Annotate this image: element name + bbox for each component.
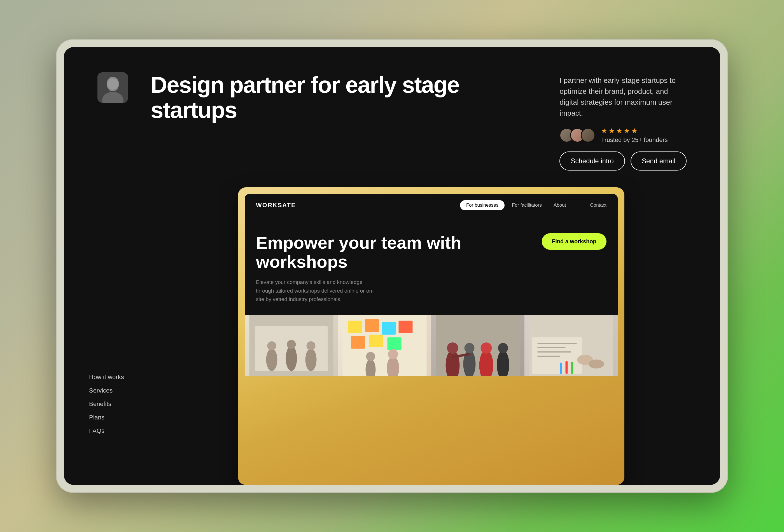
- svg-point-9: [287, 340, 296, 349]
- workshop-image-3: [431, 315, 525, 376]
- browser-inner: WORKSATE For businesses For facilitators…: [245, 194, 618, 376]
- inner-nav-items: For businesses For facilitators About: [460, 200, 570, 210]
- trust-label: Trusted by 25+ founders: [601, 136, 668, 144]
- inner-image-strip: [245, 315, 618, 376]
- hero-section: Design partner for early stage startups …: [64, 47, 720, 187]
- svg-point-41: [589, 360, 604, 368]
- laptop-screen: Design partner for early stage startups …: [64, 47, 720, 485]
- hero-description: I partner with early-stage startups to o…: [559, 75, 687, 119]
- cta-row: Schedule intro Send email: [559, 151, 687, 170]
- founder-avatar-3: [581, 128, 595, 142]
- svg-rect-16: [399, 320, 413, 333]
- svg-point-10: [306, 348, 317, 371]
- trust-row: ★ ★ ★ ★ ★ Trusted by 25+ founders: [559, 127, 687, 144]
- svg-point-21: [388, 349, 398, 359]
- svg-rect-37: [538, 347, 566, 348]
- svg-rect-42: [560, 363, 562, 374]
- svg-rect-19: [388, 337, 401, 350]
- svg-point-32: [498, 343, 508, 353]
- send-email-button[interactable]: Send email: [631, 151, 687, 170]
- svg-rect-36: [538, 343, 577, 344]
- svg-point-6: [266, 348, 278, 371]
- inner-hero-title: Empower your team with workshops: [256, 233, 542, 271]
- svg-point-11: [307, 341, 315, 350]
- star-2: ★: [609, 127, 615, 135]
- browser-container: WORKSATE For businesses For facilitators…: [64, 187, 720, 485]
- workshop-image-2: [338, 315, 431, 376]
- trust-info: ★ ★ ★ ★ ★ Trusted by 25+ founders: [601, 127, 668, 144]
- star-4: ★: [623, 127, 630, 135]
- svg-rect-44: [571, 362, 573, 374]
- find-workshop-button[interactable]: Find a workshop: [542, 233, 607, 250]
- svg-point-23: [366, 352, 375, 361]
- svg-rect-18: [369, 335, 383, 347]
- hero-right-content: I partner with early-stage startups to o…: [559, 72, 687, 170]
- workshop-image-1: [245, 315, 338, 376]
- avatar: [97, 72, 128, 103]
- hero-title: Design partner for early stage startups: [151, 72, 537, 123]
- inner-nav-facilitators[interactable]: For facilitators: [507, 200, 546, 210]
- svg-point-3: [107, 78, 118, 90]
- stars-row: ★ ★ ★ ★ ★: [601, 127, 668, 135]
- svg-point-28: [465, 343, 475, 353]
- inner-hero-description: Elevate your company's skills and knowle…: [256, 278, 379, 304]
- inner-nav-contact[interactable]: Contact: [590, 202, 607, 208]
- svg-point-30: [481, 342, 492, 354]
- svg-rect-43: [566, 361, 568, 374]
- star-5: ★: [631, 127, 638, 135]
- svg-point-26: [447, 342, 458, 354]
- svg-point-7: [268, 341, 276, 350]
- svg-rect-14: [365, 319, 379, 332]
- hero-title-area: Design partner for early stage startups: [151, 72, 537, 123]
- laptop-frame: Design partner for early stage startups …: [56, 39, 728, 493]
- inner-site-logo: WORKSATE: [256, 202, 296, 209]
- svg-rect-39: [538, 356, 560, 357]
- schedule-intro-button[interactable]: Schedule intro: [559, 151, 625, 170]
- svg-rect-17: [351, 336, 365, 348]
- workshop-image-4: [525, 315, 618, 376]
- svg-rect-13: [348, 320, 362, 333]
- svg-rect-15: [382, 322, 396, 335]
- star-3: ★: [616, 127, 622, 135]
- inner-nav-about[interactable]: About: [549, 200, 570, 210]
- avatar-stack: [559, 128, 595, 142]
- svg-rect-38: [538, 352, 571, 353]
- inner-hero-content: Empower your team with workshops Elevate…: [256, 233, 542, 304]
- inner-hero: Empower your team with workshops Elevate…: [245, 217, 618, 315]
- inner-nav: WORKSATE For businesses For facilitators…: [245, 194, 618, 217]
- svg-point-8: [286, 346, 297, 371]
- star-1: ★: [601, 127, 607, 135]
- browser-wrapper: WORKSATE For businesses For facilitators…: [238, 187, 624, 485]
- inner-nav-active[interactable]: For businesses: [460, 200, 505, 210]
